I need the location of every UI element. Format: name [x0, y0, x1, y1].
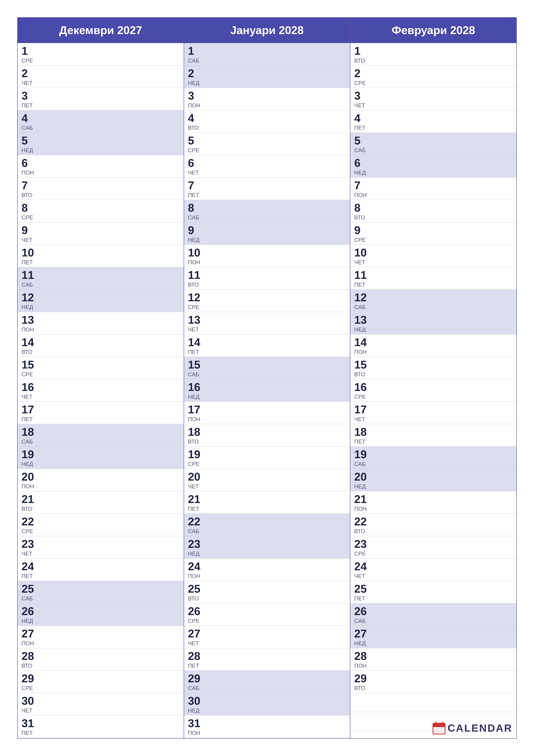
day-info: 7ВТО: [21, 180, 37, 199]
day-name: ПОН: [188, 730, 203, 736]
day-name: ЧЕТ: [354, 416, 369, 422]
day-number: 17: [188, 404, 203, 415]
day-number: 6: [354, 157, 369, 169]
day-info: 14ПОН: [354, 337, 369, 355]
day-number: 3: [188, 90, 203, 101]
day-info: 28ПЕТ: [188, 650, 203, 669]
day-number: 19: [188, 449, 203, 460]
day-row: 26НЕД: [18, 604, 184, 626]
day-row: 2ЧЕТ: [18, 66, 184, 88]
day-info: 3ПЕТ: [21, 90, 37, 109]
day-info: 20НЕД: [354, 471, 369, 490]
day-info: 15СРЕ: [21, 359, 37, 378]
day-info: 21ВТО: [21, 494, 37, 512]
day-info: 1ВТО: [354, 45, 369, 64]
day-number: 22: [21, 516, 37, 527]
day-name: НЕД: [21, 304, 37, 310]
day-info: 21ПЕТ: [188, 494, 203, 512]
day-info: 16ЧЕТ: [21, 381, 37, 400]
day-row: 19НЕД: [18, 446, 184, 469]
day-number: 11: [188, 269, 203, 281]
day-info: 12САБ: [354, 292, 369, 310]
day-name: ПОН: [21, 326, 37, 333]
day-info: 3ЧЕТ: [354, 90, 369, 109]
day-row: 20НЕД: [350, 469, 516, 491]
day-row: 31ПЕТ: [18, 716, 184, 738]
day-number: 2: [354, 68, 369, 79]
day-number: 6: [188, 157, 203, 169]
day-row: 5САБ: [350, 133, 516, 155]
day-number: 21: [354, 494, 369, 505]
day-number: 5: [188, 135, 203, 146]
day-number: 22: [354, 516, 369, 527]
day-number: 3: [354, 90, 369, 101]
day-number: 15: [188, 359, 203, 370]
day-info: 5САБ: [354, 135, 369, 154]
day-info: 6НЕД: [354, 157, 369, 176]
day-row: 27ПОН: [18, 626, 184, 648]
day-info: 30ЧЕТ: [21, 695, 37, 714]
day-number: 20: [354, 471, 369, 482]
day-info: 13НЕД: [354, 314, 369, 333]
day-name: ПЕТ: [188, 505, 203, 512]
day-number: 5: [21, 135, 37, 146]
day-row: 13НЕД: [350, 312, 516, 335]
day-row: 7ПОН: [350, 177, 516, 200]
day-name: САБ: [354, 461, 369, 468]
day-info: 29САБ: [188, 673, 203, 691]
day-row: 24ПЕТ: [18, 558, 184, 581]
day-number: 9: [354, 225, 369, 236]
day-row: 2НЕД: [184, 66, 350, 88]
day-row: 7ВТО: [18, 177, 184, 200]
day-number: 1: [354, 45, 369, 56]
day-info: 3ПОН: [188, 90, 203, 109]
day-info: 12НЕД: [21, 292, 37, 310]
day-info: 21ПОН: [354, 494, 369, 512]
day-row: 29САБ: [184, 671, 350, 693]
day-info: 28ВТО: [21, 650, 37, 669]
day-row: 11САБ: [18, 267, 184, 290]
day-info: 25ВТО: [188, 583, 203, 602]
day-number: 14: [354, 337, 369, 348]
day-number: 27: [21, 628, 37, 639]
day-name: СРЕ: [354, 393, 369, 400]
day-number: 21: [188, 494, 203, 505]
day-row: 2СРЕ: [350, 66, 516, 88]
day-row: 1САБ: [184, 43, 350, 66]
day-info: 8САБ: [188, 202, 203, 221]
day-info: 8ВТО: [354, 202, 369, 221]
day-info: 11ПЕТ: [354, 269, 369, 288]
day-number: 16: [354, 381, 369, 393]
day-name: ПЕТ: [354, 282, 369, 288]
day-name: САБ: [354, 618, 369, 624]
day-number: 10: [354, 247, 369, 258]
day-row: 18ПЕТ: [350, 424, 516, 446]
day-row: 12СРЕ: [184, 290, 350, 312]
day-row: 4САБ: [18, 110, 184, 133]
day-row: 12НЕД: [18, 290, 184, 312]
day-name: ПЕТ: [354, 124, 369, 131]
month-column-february-2028: Февруари 20281ВТО2СРЕ3ЧЕТ4ПЕТ5САБ6НЕД7ПО…: [350, 18, 516, 738]
day-name: НЕД: [21, 618, 37, 624]
day-name: ПЕТ: [354, 438, 369, 445]
day-row: 22ВТО: [350, 514, 516, 536]
day-number: 10: [21, 247, 37, 258]
day-row: 9СРЕ: [350, 222, 516, 245]
day-name: ЧЕТ: [188, 640, 203, 647]
day-info: 22ВТО: [354, 516, 369, 535]
day-name: ВТО: [188, 282, 203, 288]
day-row: 15ВТО: [350, 357, 516, 379]
day-row: 30ЧЕТ: [18, 693, 184, 716]
day-name: ЧЕТ: [188, 169, 203, 176]
day-info: 10ПОН: [188, 247, 203, 266]
day-row: 14ВТО: [18, 335, 184, 357]
day-row: 4ВТО: [184, 110, 350, 133]
day-name: ВТО: [21, 192, 37, 199]
day-row: 16ЧЕТ: [18, 379, 184, 402]
day-name: ПЕТ: [21, 102, 37, 109]
day-info: 18САБ: [21, 426, 37, 445]
day-name: СРЕ: [354, 237, 369, 243]
day-number: 8: [188, 202, 203, 213]
day-row: 22САБ: [184, 514, 350, 536]
day-number: 26: [21, 606, 37, 617]
